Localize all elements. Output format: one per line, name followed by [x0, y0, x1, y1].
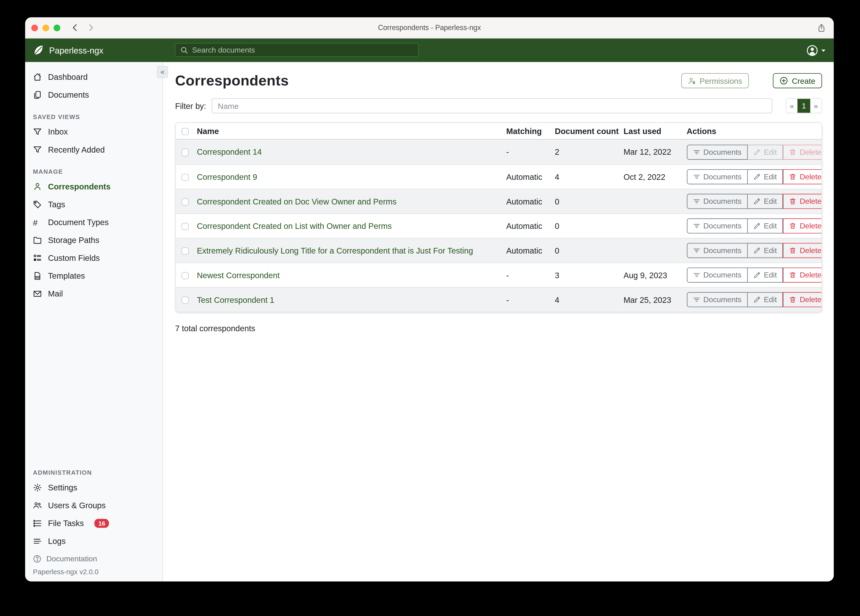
sidebar-item-label: Inbox: [48, 127, 68, 136]
correspondent-link[interactable]: Correspondent Created on Doc View Owner …: [197, 197, 397, 206]
sidebar-item-dashboard[interactable]: Dashboard: [25, 68, 162, 86]
document-count-cell: 0: [555, 238, 624, 263]
zoom-window-button[interactable]: [53, 24, 60, 31]
sidebar-item-documents[interactable]: Documents: [25, 86, 162, 104]
delete-label: Delete: [800, 246, 821, 255]
custom-fields-icon: [33, 253, 42, 262]
sidebar-item-recently-added[interactable]: Recently Added: [25, 141, 162, 159]
documentation-label: Documentation: [46, 554, 97, 563]
correspondent-link[interactable]: Correspondent 14: [197, 148, 262, 156]
documents-button[interactable]: Documents: [687, 145, 748, 159]
correspondent-link[interactable]: Correspondent Created on List with Owner…: [197, 222, 392, 230]
table-row: Newest Correspondent - 3 Aug 9, 2023 Doc…: [176, 262, 821, 287]
people-icon: [33, 501, 42, 510]
person-lock-icon: [688, 77, 696, 85]
documents-button[interactable]: Documents: [687, 268, 748, 283]
delete-button[interactable]: Delete: [783, 243, 822, 258]
row-checkbox[interactable]: [181, 297, 189, 304]
sidebar-item-correspondents[interactable]: Correspondents: [25, 178, 162, 196]
edit-button[interactable]: Edit: [748, 169, 783, 184]
edit-button[interactable]: Edit: [748, 218, 783, 233]
create-button[interactable]: Create: [773, 73, 822, 88]
share-icon[interactable]: [817, 23, 826, 32]
correspondent-link[interactable]: Test Correspondent 1: [197, 295, 275, 304]
sidebar-item-logs[interactable]: Logs: [25, 532, 162, 550]
permissions-button[interactable]: Permissions: [681, 73, 749, 88]
sidebar-item-inbox[interactable]: Inbox: [25, 123, 162, 141]
sidebar-item-custom-fields[interactable]: Custom Fields: [25, 249, 162, 267]
app-version: Paperless-ngx v2.0.0: [25, 567, 162, 576]
delete-button[interactable]: Delete: [783, 145, 822, 159]
column-header-last-used[interactable]: Last used: [623, 123, 687, 140]
sidebar-item-label: Document Types: [48, 218, 109, 227]
row-checkbox[interactable]: [181, 247, 189, 255]
correspondent-link[interactable]: Newest Correspondent: [197, 271, 280, 280]
documents-label: Documents: [703, 295, 741, 304]
delete-button[interactable]: Delete: [783, 194, 822, 209]
documents-label: Documents: [703, 173, 741, 181]
documentation-link[interactable]: Documentation: [25, 550, 162, 567]
document-count-cell: 4: [555, 287, 624, 312]
minimize-window-button[interactable]: [42, 24, 49, 31]
documents-icon: [33, 90, 42, 99]
row-checkbox[interactable]: [181, 272, 189, 279]
row-checkbox[interactable]: [181, 198, 189, 206]
pagination-last-button[interactable]: »: [810, 99, 821, 113]
edit-button[interactable]: Edit: [748, 145, 783, 159]
brand[interactable]: Paperless-ngx: [33, 45, 103, 56]
documents-button[interactable]: Documents: [687, 292, 748, 307]
matching-cell: -: [506, 287, 555, 312]
row-checkbox[interactable]: [181, 149, 189, 156]
column-header-matching[interactable]: Matching: [506, 123, 555, 140]
table-row: Correspondent Created on List with Owner…: [176, 214, 821, 238]
edit-button[interactable]: Edit: [748, 194, 783, 209]
documents-button[interactable]: Documents: [687, 243, 748, 258]
back-icon[interactable]: [71, 24, 79, 32]
sidebar-item-label: File Tasks: [48, 519, 84, 528]
delete-button[interactable]: Delete: [783, 292, 822, 307]
close-window-button[interactable]: [31, 24, 38, 31]
person-icon: [33, 182, 42, 191]
sidebar-item-document-types[interactable]: # Document Types: [25, 214, 162, 231]
pagination-first-button[interactable]: «: [786, 99, 797, 113]
column-header-document-count[interactable]: Document count: [555, 123, 624, 140]
column-header-name[interactable]: Name: [197, 123, 506, 140]
documents-button[interactable]: Documents: [687, 218, 748, 233]
user-menu[interactable]: [807, 44, 826, 56]
document-count-cell: 0: [555, 189, 624, 214]
edit-button[interactable]: Edit: [748, 243, 783, 258]
sidebar-item-templates[interactable]: Templates: [25, 267, 162, 285]
sidebar-item-tags[interactable]: Tags: [25, 196, 162, 214]
tag-icon: [33, 200, 42, 209]
documents-button[interactable]: Documents: [687, 194, 748, 209]
sidebar-item-file-tasks[interactable]: File Tasks 16: [25, 514, 162, 532]
row-checkbox[interactable]: [181, 223, 189, 230]
filter-name-input[interactable]: [212, 98, 772, 113]
brand-leaf-icon: [33, 45, 44, 56]
delete-button[interactable]: Delete: [783, 268, 822, 283]
edit-button[interactable]: Edit: [748, 268, 783, 283]
sidebar-collapse-button[interactable]: «: [157, 66, 168, 78]
pagination-page-1[interactable]: 1: [797, 99, 810, 113]
sidebar-item-settings[interactable]: Settings: [25, 479, 162, 497]
main-content: Correspondents Permissions Create Filte: [163, 62, 834, 581]
sidebar-item-label: Storage Paths: [48, 236, 99, 245]
correspondent-link[interactable]: Extremely Ridiculously Long Title for a …: [197, 246, 473, 255]
sidebar-item-storage-paths[interactable]: Storage Paths: [25, 231, 162, 249]
edit-label: Edit: [764, 295, 777, 304]
global-search[interactable]: [175, 43, 419, 57]
delete-button[interactable]: Delete: [783, 169, 822, 184]
edit-button[interactable]: Edit: [748, 292, 783, 307]
search-input[interactable]: [192, 46, 413, 54]
document-count-cell: 0: [555, 214, 624, 238]
sidebar-item-mail[interactable]: Mail: [25, 285, 162, 303]
matching-cell: -: [506, 140, 555, 164]
correspondent-link[interactable]: Correspondent 9: [197, 172, 257, 181]
row-checkbox[interactable]: [181, 174, 189, 181]
delete-button[interactable]: Delete: [783, 218, 822, 233]
window-controls: [31, 24, 60, 31]
documents-button[interactable]: Documents: [687, 169, 748, 184]
sidebar-item-users-groups[interactable]: Users & Groups: [25, 497, 162, 514]
select-all-checkbox[interactable]: [181, 128, 189, 135]
forward-icon[interactable]: [86, 24, 95, 32]
